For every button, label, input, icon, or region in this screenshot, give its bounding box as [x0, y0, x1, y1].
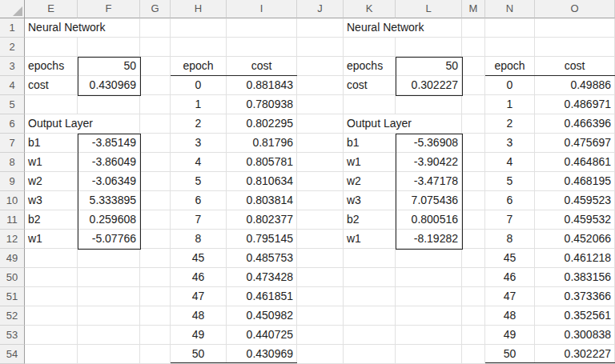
right-cost-label[interactable]: cost	[344, 76, 396, 95]
left-table-epoch[interactable]: 6	[171, 191, 227, 210]
cell-E51[interactable]	[25, 287, 78, 306]
left-table-epoch[interactable]: 0	[171, 76, 227, 95]
left-title[interactable]: Neural Network	[25, 18, 140, 38]
cell-G6[interactable]	[140, 114, 171, 134]
cell-E2[interactable]	[25, 38, 78, 57]
right-table-epoch[interactable]: 8	[485, 230, 535, 249]
cell-L54[interactable]	[396, 345, 462, 364]
right-table-epoch[interactable]: 2	[485, 114, 535, 134]
left-table-epoch[interactable]: 47	[171, 287, 227, 306]
left-table-cost[interactable]: 0.461851	[227, 287, 297, 306]
cell-J10[interactable]	[297, 191, 344, 210]
cell-M4[interactable]	[462, 76, 485, 95]
left-cost-label[interactable]: cost	[25, 76, 78, 95]
cell-O2[interactable]	[535, 38, 615, 57]
cell-F2[interactable]	[78, 38, 140, 57]
cell-I1[interactable]	[227, 18, 297, 38]
left-table-epoch[interactable]: 8	[171, 230, 227, 249]
left-table-cost[interactable]: 0.473428	[227, 268, 297, 287]
cell-H1[interactable]	[171, 18, 227, 38]
right-cost-value[interactable]: 0.302227	[396, 76, 462, 95]
right-table-cost[interactable]: 0.302227	[535, 345, 615, 364]
cell-L2[interactable]	[396, 38, 462, 57]
row-header-2[interactable]: 2	[0, 38, 25, 57]
cell-J8[interactable]	[297, 153, 344, 172]
right-table-epoch[interactable]: 47	[485, 287, 535, 306]
left-epochs-value[interactable]: 50	[78, 57, 140, 76]
left-table-cost[interactable]: 0.795145	[227, 230, 297, 249]
right-table-epoch[interactable]: 0	[485, 76, 535, 95]
right-table-epoch[interactable]: 50	[485, 345, 535, 364]
cell-J49[interactable]	[297, 249, 344, 268]
cell-O1[interactable]	[535, 18, 615, 38]
left-table-epoch[interactable]: 45	[171, 249, 227, 268]
col-header-G[interactable]: G	[140, 0, 171, 18]
right-param-label[interactable]: w1	[344, 153, 396, 172]
cell-K50[interactable]	[344, 268, 396, 287]
cell-L5[interactable]	[396, 95, 462, 114]
cell-F51[interactable]	[78, 287, 140, 306]
cell-E54[interactable]	[25, 345, 78, 364]
cell-M54[interactable]	[462, 345, 485, 364]
cell-K2[interactable]	[344, 38, 396, 57]
right-table-epoch[interactable]: 6	[485, 191, 535, 210]
cell-J9[interactable]	[297, 172, 344, 191]
right-table-epoch[interactable]: 7	[485, 210, 535, 230]
cell-L51[interactable]	[396, 287, 462, 306]
cell-G5[interactable]	[140, 95, 171, 114]
cell-J53[interactable]	[297, 326, 344, 345]
right-table-cost[interactable]: 0.452066	[535, 230, 615, 249]
row-header-1[interactable]: 1	[0, 18, 25, 38]
left-param-label[interactable]: b2	[25, 210, 78, 230]
right-output-layer-label[interactable]: Output Layer	[344, 114, 462, 134]
left-table-epoch[interactable]: 50	[171, 345, 227, 364]
right-table-cost[interactable]: 0.464861	[535, 153, 615, 172]
cell-J7[interactable]	[297, 134, 344, 153]
cell-G49[interactable]	[140, 249, 171, 268]
cell-F54[interactable]	[78, 345, 140, 364]
cell-M50[interactable]	[462, 268, 485, 287]
right-title[interactable]: Neural Network	[344, 18, 462, 38]
right-param-label[interactable]: w3	[344, 191, 396, 210]
cell-G8[interactable]	[140, 153, 171, 172]
left-param-value[interactable]: 0.259608	[78, 210, 140, 230]
cell-M2[interactable]	[462, 38, 485, 57]
cell-E5[interactable]	[25, 95, 78, 114]
row-header-4[interactable]: 4	[0, 76, 25, 95]
cell-L50[interactable]	[396, 268, 462, 287]
left-param-value[interactable]: -3.86049	[78, 153, 140, 172]
row-header-53[interactable]: 53	[0, 326, 25, 345]
cell-J50[interactable]	[297, 268, 344, 287]
cell-F50[interactable]	[78, 268, 140, 287]
left-table-epoch[interactable]: 4	[171, 153, 227, 172]
right-table-cost[interactable]: 0.373366	[535, 287, 615, 306]
cell-G54[interactable]	[140, 345, 171, 364]
right-table-cost[interactable]: 0.49886	[535, 76, 615, 95]
cell-G12[interactable]	[140, 230, 171, 249]
cell-F52[interactable]	[78, 306, 140, 326]
right-table-cost-header[interactable]: cost	[535, 57, 615, 76]
cell-M51[interactable]	[462, 287, 485, 306]
left-param-label[interactable]: w1	[25, 153, 78, 172]
col-header-I[interactable]: I	[227, 0, 297, 18]
left-table-cost-header[interactable]: cost	[227, 57, 297, 76]
left-table-epoch[interactable]: 46	[171, 268, 227, 287]
left-table-cost[interactable]: 0.450982	[227, 306, 297, 326]
cell-N1[interactable]	[485, 18, 535, 38]
left-table-epoch[interactable]: 7	[171, 210, 227, 230]
row-header-3[interactable]: 3	[0, 57, 25, 76]
cell-K49[interactable]	[344, 249, 396, 268]
row-header-7[interactable]: 7	[0, 134, 25, 153]
cell-M52[interactable]	[462, 306, 485, 326]
col-header-L[interactable]: L	[396, 0, 462, 18]
col-header-K[interactable]: K	[344, 0, 396, 18]
cell-H2[interactable]	[171, 38, 227, 57]
cell-M7[interactable]	[462, 134, 485, 153]
right-table-cost[interactable]: 0.475697	[535, 134, 615, 153]
cell-G3[interactable]	[140, 57, 171, 76]
left-table-cost[interactable]: 0.881843	[227, 76, 297, 95]
left-table-cost[interactable]: 0.81796	[227, 134, 297, 153]
right-table-cost[interactable]: 0.486971	[535, 95, 615, 114]
cell-E49[interactable]	[25, 249, 78, 268]
cell-M9[interactable]	[462, 172, 485, 191]
